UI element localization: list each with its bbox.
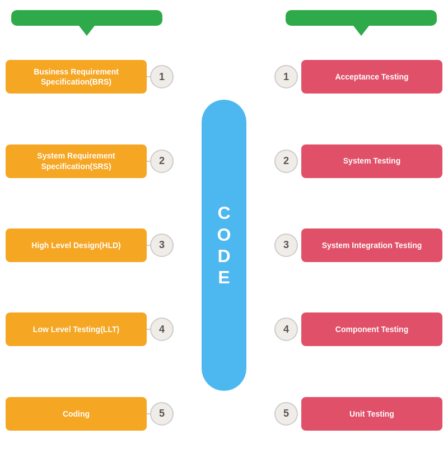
right-num-1: 1 [274,65,298,88]
headers-row [0,0,448,26]
left-box-5: Coding [6,397,147,431]
left-row-5: Coding5 [6,393,174,435]
left-row-3: High Level Design(HLD)3 [6,224,174,266]
left-row-1: Business Requirement Specification(BRS)1 [6,56,174,98]
right-box-1: Acceptance Testing [301,60,442,94]
right-box-5: Unit Testing [301,397,442,431]
left-num-5: 5 [150,402,174,426]
code-pill: CODE [202,100,246,391]
left-box-1: Business Requirement Specification(BRS) [6,60,147,94]
right-num-5: 5 [274,402,298,426]
left-box-4: Low Level Testing(LLT) [6,312,147,346]
left-column: Business Requirement Specification(BRS)1… [6,37,179,454]
right-box-4: Component Testing [301,312,442,346]
left-box-2: System Requirement Specification(SRS) [6,144,147,178]
left-row-4: Low Level Testing(LLT)4 [6,309,174,351]
left-box-3: High Level Design(HLD) [6,228,147,262]
left-num-3: 3 [150,234,174,257]
left-num-2: 2 [150,150,174,173]
center-column: CODE [179,37,269,454]
right-num-4: 4 [274,318,298,341]
main-container: Business Requirement Specification(BRS)1… [0,0,448,476]
right-num-2: 2 [274,150,298,173]
left-row-2: System Requirement Specification(SRS)2 [6,140,174,182]
right-box-2: System Testing [301,144,442,178]
right-box-3: System Integration Testing [301,228,442,262]
left-num-1: 1 [150,65,174,88]
code-letter-e: E [218,267,230,288]
right-column: 1Acceptance Testing2System Testing3Syste… [269,37,442,454]
right-row-5: 5Unit Testing [274,393,442,435]
right-row-2: 2System Testing [274,140,442,182]
code-letter-o: O [217,224,231,245]
tester-header [286,10,437,26]
main-area: Business Requirement Specification(BRS)1… [0,37,448,454]
right-row-1: 1Acceptance Testing [274,56,442,98]
developer-header [11,10,162,26]
right-num-3: 3 [274,234,298,257]
right-row-4: 4Component Testing [274,309,442,351]
right-row-3: 3System Integration Testing [274,224,442,266]
code-letter-c: C [217,202,230,223]
left-num-4: 4 [150,318,174,341]
code-letter-d: D [217,245,230,267]
